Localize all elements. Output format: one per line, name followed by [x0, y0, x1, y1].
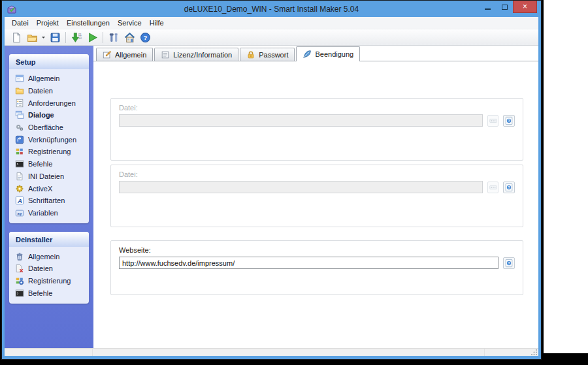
toolbar: 0110 ? — [5, 29, 538, 46]
field-label: Webseite: — [119, 246, 515, 254]
dialogs-icon — [15, 110, 24, 119]
sidebar-item-oberflaeche[interactable]: Oberfläche — [9, 121, 89, 134]
registry-icon — [15, 147, 24, 156]
sidebar-section-setup: Setup Allgemein Dateien Anforderungen Di… — [9, 54, 89, 223]
menu-datei[interactable]: Datei — [8, 18, 33, 28]
website-input[interactable] — [119, 257, 498, 269]
field-help-button[interactable]: ? — [503, 182, 515, 193]
new-project-button[interactable] — [8, 30, 24, 44]
content-area: Allgemein Lizenz/Information Passwort Be… — [93, 46, 538, 348]
titlebar: deLUXE10_Demo_WIN - Smart Install Maker … — [2, 1, 541, 17]
window-icon — [15, 74, 24, 83]
sidebar-item-dialoge[interactable]: Dialoge — [9, 109, 89, 121]
open-recent-dropdown[interactable] — [40, 30, 47, 44]
svg-text:?: ? — [508, 119, 510, 123]
svg-text:A: A — [17, 197, 22, 204]
tab-beendigung[interactable]: Beendigung — [296, 46, 360, 61]
open-project-button[interactable] — [24, 30, 40, 44]
minimize-button[interactable] — [479, 1, 496, 13]
file-input — [119, 181, 483, 193]
tab-passwort[interactable]: Passwort — [240, 48, 295, 61]
sidebar-item-ini-dateien[interactable]: INI Dateien — [9, 170, 89, 183]
sidebar-item-deinstaller-dateien[interactable]: Dateien — [9, 262, 89, 275]
registry-delete-icon — [15, 276, 24, 285]
menu-projekt[interactable]: Projekt — [33, 18, 63, 28]
menu-einstellungen[interactable]: Einstellungen — [63, 18, 114, 28]
svg-text:?: ? — [508, 185, 510, 189]
svg-text:?: ? — [508, 261, 510, 265]
statusbar-panel — [93, 349, 485, 356]
toolbar-separator — [65, 32, 66, 43]
svg-text:01: 01 — [78, 33, 82, 36]
browse-icon — [489, 116, 498, 125]
screen: deLUXE10_Demo_WIN - Smart Install Maker … — [0, 0, 588, 365]
svg-text:xy: xy — [18, 211, 22, 215]
sidebar-item-befehle[interactable]: Befehle — [9, 158, 89, 170]
menu-service[interactable]: Service — [114, 18, 146, 28]
finish-icon — [302, 50, 312, 59]
field-label: Datei: — [119, 104, 515, 112]
sidebar-item-anforderungen[interactable]: Anforderungen — [9, 97, 89, 109]
variables-icon: xy — [15, 208, 24, 217]
sidebar-item-allgemein[interactable]: Allgemein — [9, 72, 89, 85]
resize-grip[interactable] — [531, 349, 538, 355]
field-help-button[interactable]: ? — [503, 257, 515, 269]
statusbar-panel — [485, 349, 538, 356]
browse-button — [487, 182, 499, 193]
home-button[interactable] — [122, 30, 137, 44]
sidebar-item-dateien[interactable]: Dateien — [9, 85, 89, 97]
readme-file-group: Datei: ? — [110, 165, 523, 227]
field-help-icon: ? — [504, 259, 514, 268]
section-title: Setup — [9, 54, 89, 69]
menu-hilfe[interactable]: Hilfe — [146, 18, 168, 28]
save-project-button[interactable] — [47, 30, 63, 44]
activex-icon — [15, 184, 24, 193]
maximize-icon — [502, 5, 508, 10]
compile-icon: 0110 — [71, 32, 82, 43]
dropdown-arrow-icon — [41, 35, 46, 40]
compile-button[interactable]: 0110 — [69, 30, 84, 44]
statusbar — [5, 348, 538, 356]
browse-button — [487, 115, 499, 127]
delete-file-icon — [15, 264, 24, 273]
statusbar-panel — [5, 349, 93, 356]
file-input — [119, 114, 483, 127]
sidebar-item-schriftarten[interactable]: ASchriftarten — [9, 195, 89, 207]
sidebar-item-deinstaller-allgemein[interactable]: Allgemein — [9, 250, 89, 262]
sidebar-item-deinstaller-befehle[interactable]: Befehle — [9, 287, 89, 299]
run-button[interactable] — [84, 30, 100, 44]
sidebar-item-variablen[interactable]: xyVariablen — [9, 207, 89, 219]
close-icon: × — [523, 2, 527, 11]
close-button[interactable]: × — [513, 1, 537, 13]
field-help-icon: ? — [504, 116, 514, 125]
tabstrip: Allgemein Lizenz/Information Passwort Be… — [93, 46, 538, 61]
run-file-group: Datei: ? — [110, 98, 523, 161]
sidebar-section-deinstaller: Deinstaller Allgemein Dateien Registrier… — [9, 232, 89, 304]
nav-list: Allgemein Dateien Anforderungen Dialoge … — [9, 69, 89, 223]
interface-icon — [15, 123, 24, 132]
edit-icon — [103, 50, 112, 59]
open-folder-icon — [27, 32, 38, 43]
field-help-button[interactable]: ? — [503, 115, 515, 127]
license-icon — [161, 50, 170, 59]
tab-allgemein[interactable]: Allgemein — [96, 48, 153, 61]
desktop-backdrop — [544, 0, 588, 353]
menubar: Datei Projekt Einstellungen Service Hilf… — [5, 17, 538, 29]
new-file-icon — [11, 32, 22, 43]
sidebar-item-deinstaller-registrierung[interactable]: Registrierung — [9, 275, 89, 287]
sidebar-item-verknuepfungen[interactable]: Verknüpfungen — [9, 133, 89, 146]
sidebar-item-activex[interactable]: ActiveX — [9, 182, 89, 195]
window-title: deLUXE10_Demo_WIN - Smart Install Maker … — [2, 5, 541, 14]
sidebar-item-registrierung[interactable]: Registrierung — [9, 146, 89, 158]
help-button[interactable]: ? — [137, 30, 153, 44]
toolbar-separator — [103, 32, 103, 43]
field-help-icon: ? — [504, 183, 514, 192]
minimize-icon — [485, 8, 491, 10]
tools-button[interactable] — [106, 30, 122, 44]
ini-file-icon — [15, 172, 24, 181]
maximize-button[interactable] — [496, 1, 513, 13]
website-group: Webseite: ? — [110, 240, 523, 295]
fonts-icon: A — [15, 196, 24, 205]
tab-lizenz-information[interactable]: Lizenz/Information — [154, 48, 238, 61]
field-label: Datei: — [119, 170, 515, 178]
